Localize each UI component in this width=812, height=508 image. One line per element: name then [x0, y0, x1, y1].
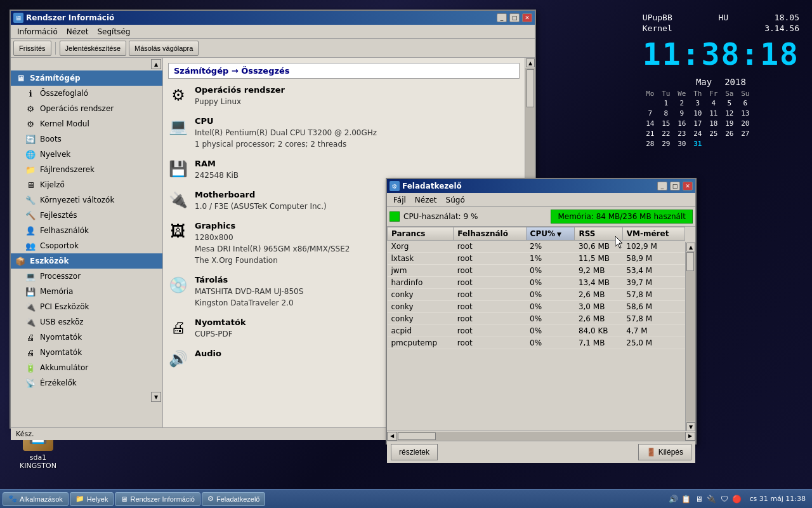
- sidebar-item-usb-eszköz[interactable]: 🔌USB eszköz: [11, 314, 162, 330]
- volume-icon[interactable]: 🔊: [669, 494, 679, 504]
- sysinfo-menu-info[interactable]: Információ: [13, 26, 62, 37]
- cpu-section-icon: 💻: [168, 116, 188, 137]
- taskmgr-minimize-btn[interactable]: _: [657, 182, 667, 190]
- sidebar-item-boots[interactable]: 🔄Boots: [11, 131, 162, 147]
- sidebar-item-számítógép[interactable]: 🖥Számítógép: [11, 70, 162, 86]
- sidebar-item-label: Kijelző: [40, 180, 65, 189]
- sidebar-item-felhasználók[interactable]: 👤Felhasználók: [11, 223, 162, 238]
- sidebar-item-eszközök[interactable]: 📦Eszközök: [11, 253, 162, 269]
- table-row[interactable]: jwmroot0%9,2 MB53,4 M: [388, 265, 685, 277]
- taskmgr-maximize-btn[interactable]: □: [670, 182, 680, 190]
- taskmgr-content: Parancs Felhasználó CPU%▼ RSS VM-méret X…: [387, 227, 695, 463]
- kingston-label1: sda1: [19, 453, 57, 462]
- sidebar-item-operációs-rendszer[interactable]: ⚙Operációs rendszer: [11, 101, 162, 116]
- vscroll-up[interactable]: ▲: [686, 243, 695, 251]
- col-cmd[interactable]: Parancs: [388, 227, 454, 241]
- cell-cmd: conky: [388, 289, 454, 301]
- copy-button[interactable]: Másolás vágólapra: [129, 41, 199, 56]
- table-row[interactable]: Xorgroot2%30,6 MB102,9 M: [388, 241, 685, 253]
- table-row[interactable]: conkyroot0%2,6 MB57,8 M: [388, 289, 685, 301]
- cell-vm: 58,9 M: [622, 253, 684, 265]
- quit-button[interactable]: 🚪 Kilépés: [638, 444, 691, 460]
- vscroll-thumb[interactable]: [686, 252, 694, 271]
- tray-icon2[interactable]: 🖥: [694, 494, 704, 504]
- col-user[interactable]: Felhasználó: [454, 227, 526, 241]
- cal-grid: MoTuWeThFrSaSu 1234567891011121314151617…: [643, 90, 799, 149]
- cell-vm: 58,6 M: [622, 301, 684, 313]
- quit-label: Kilépés: [658, 448, 683, 457]
- sysinfo-menu-help[interactable]: Segítség: [94, 26, 134, 37]
- table-row[interactable]: conkyroot0%3,0 MB58,6 M: [388, 301, 685, 313]
- sidebar-item-label: Akkumulátor: [40, 363, 88, 372]
- cell-cmd: acpid: [388, 325, 454, 337]
- sidebar-item-összefoglaló[interactable]: ℹÖsszefoglaló: [11, 86, 162, 101]
- sidebar-item-akkumulátor[interactable]: 🔋Akkumulátor: [11, 360, 162, 375]
- section-detail: 1 physical processor; 2 cores; 2 threads: [195, 138, 520, 150]
- sidebar-item-label: PCI Eszközök: [40, 302, 89, 311]
- sysinfo-minimize-btn[interactable]: _: [497, 13, 507, 22]
- sidebar-scroll-up[interactable]: ▲: [151, 59, 161, 69]
- tray-icon4[interactable]: 🛡: [719, 494, 730, 504]
- monitor-icon: 🖥: [25, 179, 36, 190]
- main-scroll-up[interactable]: ▲: [526, 58, 535, 67]
- sidebar-scroll-down[interactable]: ▼: [151, 392, 161, 402]
- cal-year: 2018: [724, 77, 746, 87]
- sidebar-item-környezeti-változók[interactable]: 🔧Környezeti változók: [11, 192, 162, 208]
- table-row[interactable]: hardinforoot0%13,4 MB39,7 M: [388, 277, 685, 289]
- cal-day: 29: [658, 139, 674, 149]
- vscroll-down[interactable]: ▼: [686, 422, 695, 431]
- taskmgr-menu-file[interactable]: Fájl: [390, 194, 410, 206]
- sidebar-item-label: Érzékelők: [40, 378, 77, 387]
- table-row[interactable]: acpidroot0%84,0 KB4,7 M: [388, 325, 685, 337]
- sysinfo-taskbar-btn[interactable]: 🖥 Rendszer Információ: [115, 492, 200, 506]
- sidebar-item-fájlrendszerek[interactable]: 📁Fájlrendszerek: [11, 162, 162, 177]
- table-row[interactable]: lxtaskroot1%11,5 MB58,9 M: [388, 253, 685, 265]
- hscroll-right[interactable]: ▶: [685, 432, 695, 441]
- cpu-indicator: [390, 211, 400, 222]
- taskmgr-menu-view[interactable]: Nézet: [411, 194, 441, 206]
- col-vm[interactable]: VM-méret: [622, 227, 684, 241]
- applications-button[interactable]: 🐾 Alkalmazások: [3, 492, 69, 506]
- hscroll-thumb[interactable]: [398, 432, 436, 440]
- sidebar-item-kijelző[interactable]: 🖥Kijelző: [11, 177, 162, 192]
- sidebar-item-pci-eszközök[interactable]: 🔌PCI Eszközök: [11, 299, 162, 314]
- taskmgr-close-btn[interactable]: ✕: [683, 182, 693, 190]
- taskmgr-menu-help[interactable]: Súgó: [442, 194, 469, 206]
- taskmgr-taskbar-btn[interactable]: ⚙ Feladatkezelő: [202, 492, 266, 506]
- table-row[interactable]: pmcputemproot0%7,1 MB25,0 M: [388, 337, 685, 349]
- tray-icon5[interactable]: 🔴: [732, 494, 742, 504]
- sidebar-item-nyomtatók[interactable]: 🖨Nyomtatók: [11, 345, 162, 360]
- hscroll-left[interactable]: ◀: [387, 432, 397, 441]
- cell-cpu: 0%: [526, 277, 575, 289]
- sidebar-item-fejlesztés[interactable]: 🔨Fejlesztés: [11, 208, 162, 223]
- taskmgr-footer: részletek 🚪 Kilépés: [387, 441, 695, 463]
- main-scroll-thumb[interactable]: [527, 69, 534, 107]
- cell-cmd: hardinfo: [388, 277, 454, 289]
- sidebar-item-érzékelők[interactable]: 📡Érzékelők: [11, 375, 162, 391]
- col-cpu[interactable]: CPU%▼: [526, 227, 575, 241]
- cal-day: 11: [706, 109, 721, 118]
- details-button[interactable]: részletek: [391, 444, 438, 460]
- sidebar-item-memória[interactable]: 💾Memória: [11, 284, 162, 299]
- places-button[interactable]: 📁 Helyek: [70, 492, 114, 506]
- sysinfo-maximize-btn[interactable]: □: [509, 13, 520, 22]
- sysinfo-menu-view[interactable]: Nézet: [63, 26, 93, 37]
- sidebar-item-processzor[interactable]: 💻Processzor: [11, 269, 162, 284]
- sidebar-item-nyelvek[interactable]: 🌐Nyelvek: [11, 147, 162, 162]
- tray-icon3[interactable]: 🔌: [707, 494, 717, 504]
- taskmgr-table-scroll[interactable]: Parancs Felhasználó CPU%▼ RSS VM-méret X…: [387, 227, 695, 431]
- refresh-button[interactable]: Frissítés: [13, 41, 51, 56]
- sysinfo-close-btn[interactable]: ✕: [522, 13, 532, 22]
- sidebar-item-csoportok[interactable]: 👥Csoportok: [11, 238, 162, 253]
- sidebar-item-kernel-modul[interactable]: ⚙Kernel Modul: [11, 116, 162, 131]
- cpu-usage-text: CPU-használat: 9 %: [403, 212, 478, 221]
- boot-icon: 🔄: [25, 133, 36, 145]
- taskmgr-table-container: Parancs Felhasználó CPU%▼ RSS VM-méret X…: [387, 227, 695, 431]
- table-row[interactable]: conkyroot0%2,6 MB57,8 M: [388, 313, 685, 325]
- cell-cpu: 0%: [526, 289, 575, 301]
- col-rss[interactable]: RSS: [575, 227, 622, 241]
- pci-icon: 🔌: [25, 301, 36, 312]
- sidebar-item-nyomtatók[interactable]: 🖨Nyomtatók: [11, 330, 162, 345]
- tray-icon1[interactable]: 📋: [681, 494, 691, 504]
- report-button[interactable]: Jelentéskészítése: [60, 41, 126, 56]
